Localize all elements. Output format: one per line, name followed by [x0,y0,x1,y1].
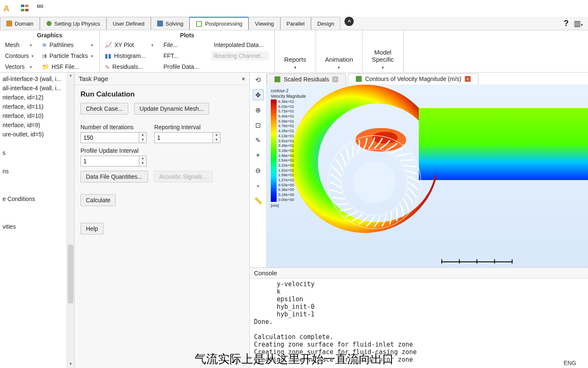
help-button[interactable]: Help [80,223,104,235]
legend-value: 1.27e+01 [278,178,294,182]
graphics-mesh[interactable]: Mesh▾ [3,40,34,50]
profile-update-interval-input[interactable] [80,156,139,167]
tab-design[interactable]: Design [311,17,340,30]
num-iterations-spinner[interactable]: ▲▼ [139,132,147,143]
reports-button[interactable]: Reports▾ [275,30,316,72]
model-specific-button[interactable]: Model Specific▾ [363,30,403,72]
tab-postprocessing[interactable]: Postprocessing [189,17,249,30]
tree-scrollbar[interactable]: ▴ ▾ [67,73,74,368]
reporting-interval-spinner[interactable]: ▲▼ [213,132,220,143]
reporting-interval-label: Reporting Interval [154,124,220,130]
tree-item[interactable] [0,204,74,213]
tree-item[interactable]: nterface, id=11) [0,102,74,111]
tab-viewing[interactable]: Viewing [249,17,280,30]
graphics-canvas[interactable]: contour-2 Velocity Magnitude 6.36e+016.0… [267,84,588,267]
pathlines-icon: ≋ [42,42,47,48]
legend-value: 3.81e+01 [278,139,294,143]
plots-fft[interactable]: FFT... [161,51,206,60]
svg-point-5 [47,21,52,26]
animation-button[interactable]: Animation▾ [316,30,363,72]
graphics-contours[interactable]: Contours▾ [3,51,34,60]
ruler-icon[interactable]: 📏 [253,195,264,206]
legend-value: 3.18e+00 [278,193,294,197]
plots-histogram[interactable]: ▮▮Histogram... [102,51,156,60]
tree-item[interactable]: s [0,148,74,157]
outline-tree[interactable]: all-interface-3 (wall, i...all-interface… [0,73,75,368]
graphics-particle-tracks[interactable]: ⇉Particle Tracks▾ [39,51,96,60]
legend-value: 4.76e+01 [278,124,294,128]
tree-item[interactable]: e Conditions [0,194,74,204]
tab-parallel[interactable]: Parallel [280,17,311,30]
color-legend: contour-2 Velocity Magnitude 6.36e+016.0… [271,89,306,208]
tree-item[interactable] [0,213,74,222]
tree-item[interactable] [0,139,74,148]
tree-item[interactable]: nterface, id=12) [0,93,74,102]
task-page: Task Page × Run Calculation Check Case..… [75,73,250,368]
legend-value: 2.22e+01 [278,163,294,167]
task-page-close-button[interactable]: × [241,75,245,82]
zoom-in-icon[interactable]: ⊕ [253,104,264,115]
chart-icon [275,76,280,82]
layout-icon[interactable]: ▥▾ [574,19,583,28]
svg-rect-3 [25,9,28,11]
tab-user-defined[interactable]: User Defined [106,17,151,30]
legend-value: 3.18e+01 [278,149,294,153]
more-icon[interactable]: » [253,180,264,191]
tree-item[interactable] [0,176,74,185]
reporting-interval-input[interactable] [154,132,213,143]
tree-item[interactable]: all-interface-4 (wall, i... [0,84,74,93]
rotate-icon[interactable]: ⟲ [253,74,264,85]
pan-icon[interactable]: ✥ [253,89,264,100]
num-iterations-input[interactable] [80,132,139,143]
zoom-box-icon[interactable]: ⊡ [253,120,264,130]
app-icon-m0[interactable]: M0 [37,4,46,13]
svg-rect-8 [197,22,201,26]
svg-rect-4 [6,21,12,26]
tree-item[interactable]: vities [0,222,74,231]
residuals-icon: ∿ [105,63,110,70]
tree-item[interactable]: ns [0,167,74,176]
tree-item[interactable]: ure-outlet, id=5) [0,130,74,139]
tree-item[interactable] [0,185,74,194]
collapse-ribbon-button[interactable]: ^ [345,17,354,26]
video-subtitle: 气流实际上是从这里开始一直流向出口 [0,351,588,367]
scroll-thumb[interactable] [68,245,73,303]
probe-icon[interactable]: ✎ [253,135,264,146]
tab-solving[interactable]: Solving [151,17,190,30]
scroll-up-icon[interactable]: ▴ [67,73,74,79]
fit-icon[interactable]: ⌖ [253,150,264,161]
tab-velocity-contours[interactable]: Contours of Velocity Magnitude (m/s) × [348,73,479,84]
legend-value: 6.36e+00 [278,188,294,192]
close-tab-contours[interactable]: × [465,76,471,82]
plots-profile-data[interactable]: Profile Data... [161,62,206,71]
tab-physics[interactable]: Setting Up Physics [40,17,106,30]
tree-item[interactable] [0,157,74,167]
legend-value: 2.54e+01 [278,158,294,162]
legend-value: 4.13e+01 [278,134,294,138]
svg-rect-10 [356,76,362,82]
app-icon-tools[interactable] [20,4,29,13]
tab-scaled-residuals[interactable]: Scaled Residuals × [267,73,346,84]
calculate-button[interactable]: Calculate [80,194,116,206]
graphics-pathlines[interactable]: ≋Pathlines▾ [39,40,96,50]
graphics-vectors[interactable]: Vectors▾ [3,62,34,71]
zoom-out-icon[interactable]: ⊖ [253,165,264,176]
plots-residuals[interactable]: ∿Residuals... [102,62,156,71]
data-file-quantities-button[interactable]: Data File Quantities... [80,171,148,183]
tab-domain[interactable]: Domain [0,17,40,30]
help-icon[interactable]: ? [564,18,569,28]
check-case-button[interactable]: Check Case... [80,103,128,115]
profile-update-interval-spinner[interactable]: ▲▼ [139,156,147,167]
legend-value: 5.40e+01 [278,114,294,118]
plots-xy-plot[interactable]: 📈XY Plot▾ [102,40,156,50]
plots-interpolated-data[interactable]: Interpolated Data... [211,40,269,50]
plots-file[interactable]: File... [161,40,206,50]
tree-item[interactable]: nterface, id=10) [0,111,74,120]
tree-item[interactable]: all-interface-3 (wall, i... [0,74,74,84]
graphics-hsf-file[interactable]: 📁HSF File... [39,62,96,71]
tree-item[interactable]: nterface, id=9) [0,120,74,130]
close-tab-residuals[interactable]: × [332,76,338,82]
app-icon-a[interactable]: A [3,4,13,13]
svg-point-13 [372,132,398,144]
update-dynamic-mesh-button[interactable]: Update Dynamic Mesh... [134,103,209,115]
